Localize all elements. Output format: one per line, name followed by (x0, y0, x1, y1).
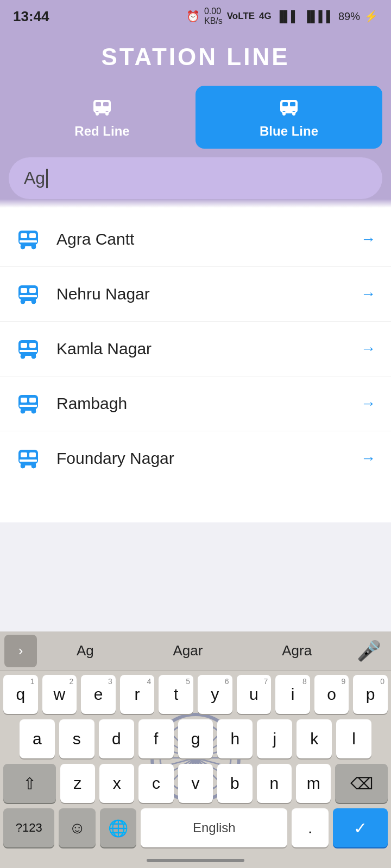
station-name-0: Agra Cantt (56, 230, 361, 248)
key-row-4: ?123 ☺ 🌐 English . ✓ (3, 808, 388, 847)
key-i[interactable]: 8i (275, 675, 310, 714)
key-confirm[interactable]: ✓ (333, 808, 388, 847)
key-r[interactable]: 4r (120, 675, 155, 714)
key-m[interactable]: m (296, 764, 331, 803)
key-backspace[interactable]: ⌫ (335, 764, 388, 803)
svg-rect-24 (20, 295, 37, 297)
data-speed: 0.00KB/s (204, 7, 223, 26)
key-q[interactable]: 1q (3, 675, 38, 714)
num-hint-o: 9 (342, 677, 346, 686)
num-hint-p: 0 (380, 677, 384, 686)
num-hint-t: 5 (186, 677, 190, 686)
key-l[interactable]: l (336, 719, 371, 758)
svg-rect-22 (21, 288, 27, 293)
suggestions-list: Ag Agar Agra (37, 640, 351, 661)
svg-rect-7 (280, 100, 298, 113)
search-input[interactable]: Ag (9, 157, 382, 199)
key-z[interactable]: z (60, 764, 95, 803)
station-item[interactable]: Nehru Nagar → (0, 267, 391, 322)
svg-rect-13 (282, 112, 296, 113)
num-hint-i: 8 (302, 677, 307, 686)
key-e[interactable]: 3e (81, 675, 116, 714)
search-container: Ag (0, 157, 391, 199)
svg-rect-36 (21, 398, 27, 403)
keyboard-key-rows: 1q 2w 3e 4r 5t 6y 7u 8i 9o 0p a s d f g … (0, 671, 391, 847)
key-v[interactable]: v (178, 764, 213, 803)
status-time: 13:44 (13, 8, 49, 25)
suggestion-1[interactable]: Agar (164, 640, 211, 661)
station-item[interactable]: Agra Cantt → (0, 212, 391, 267)
station-item[interactable]: Rambagh → (0, 376, 391, 431)
mic-icon[interactable]: 🎤 (351, 640, 387, 662)
key-f[interactable]: f (138, 719, 174, 758)
suggestion-expand-button[interactable]: › (4, 635, 37, 667)
key-n[interactable]: n (257, 764, 292, 803)
key-g[interactable]: g (178, 719, 213, 758)
volte-icon: VoLTE (227, 11, 255, 22)
svg-rect-45 (20, 459, 37, 462)
svg-rect-23 (29, 288, 36, 293)
key-globe[interactable]: 🌐 (100, 808, 136, 847)
status-icons: ⏰ 0.00KB/s VoLTE 4G ▐▌▌ ▐▌▌▌ 89% ⚡ (186, 7, 378, 26)
key-t[interactable]: 5t (159, 675, 193, 714)
svg-rect-3 (94, 108, 110, 111)
svg-rect-44 (29, 452, 36, 457)
num-hint-q: 1 (30, 677, 35, 686)
key-s[interactable]: s (59, 719, 94, 758)
svg-rect-0 (93, 100, 111, 113)
num-hint-u: 7 (263, 677, 268, 686)
station-train-icon-2 (15, 336, 41, 362)
station-train-icon-3 (15, 391, 41, 417)
svg-rect-8 (282, 102, 288, 106)
svg-rect-29 (21, 343, 27, 348)
key-x[interactable]: x (99, 764, 134, 803)
train-icon-blue (277, 95, 301, 119)
station-item[interactable]: Kamla Nagar → (0, 322, 391, 376)
svg-rect-34 (21, 354, 36, 356)
key-u[interactable]: 7u (237, 675, 272, 714)
key-shift[interactable]: ⇧ (3, 764, 56, 803)
svg-rect-27 (21, 299, 36, 301)
keyboard-suggestions-bar: › Ag Agar Agra 🎤 (0, 631, 391, 671)
key-c[interactable]: c (138, 764, 173, 803)
key-o[interactable]: 9o (314, 675, 349, 714)
arrow-icon-0: → (361, 231, 376, 248)
key-d[interactable]: d (99, 719, 134, 758)
key-j[interactable]: j (257, 719, 292, 758)
svg-rect-6 (95, 112, 109, 113)
suggestion-0[interactable]: Ag (68, 640, 103, 661)
stations-list: Agra Cantt → Nehru Nagar → Kamla Nagar → (0, 208, 391, 490)
status-bar: 13:44 ⏰ 0.00KB/s VoLTE 4G ▐▌▌ ▐▌▌▌ 89% ⚡ (0, 0, 391, 33)
tab-red-line-label: Red Line (74, 124, 129, 139)
key-numbers[interactable]: ?123 (3, 808, 54, 847)
svg-rect-41 (21, 409, 36, 411)
header-to-content-spacer (0, 199, 391, 208)
key-a[interactable]: a (20, 719, 55, 758)
svg-rect-37 (29, 398, 36, 403)
battery-percent: 89% (338, 10, 360, 23)
key-k[interactable]: k (297, 719, 332, 758)
key-h[interactable]: h (217, 719, 253, 758)
svg-rect-9 (290, 102, 295, 106)
key-emoji[interactable]: ☺ (59, 808, 95, 847)
tab-red-line[interactable]: Red Line (9, 86, 195, 149)
station-name-2: Kamla Nagar (56, 340, 361, 358)
key-space[interactable]: English (141, 808, 287, 847)
wifi-signal-icon: ▐▌▌▌ (303, 10, 334, 23)
tab-blue-line[interactable]: Blue Line (195, 86, 382, 149)
text-cursor (46, 169, 48, 188)
station-train-icon-0 (15, 226, 41, 252)
key-b[interactable]: b (217, 764, 252, 803)
num-hint-e: 3 (108, 677, 112, 686)
suggestion-2[interactable]: Agra (273, 640, 320, 661)
key-row-1: 1q 2w 3e 4r 5t 6y 7u 8i 9o 0p (3, 675, 388, 714)
content-spacer (0, 490, 391, 522)
svg-rect-10 (281, 108, 297, 111)
num-hint-w: 2 (69, 677, 73, 686)
key-period[interactable]: . (292, 808, 328, 847)
line-tabs: Red Line Blue Line (0, 86, 391, 157)
station-item[interactable]: Foundary Nagar → (0, 431, 391, 486)
key-y[interactable]: 6y (198, 675, 232, 714)
key-w[interactable]: 2w (42, 675, 77, 714)
key-p[interactable]: 0p (353, 675, 388, 714)
